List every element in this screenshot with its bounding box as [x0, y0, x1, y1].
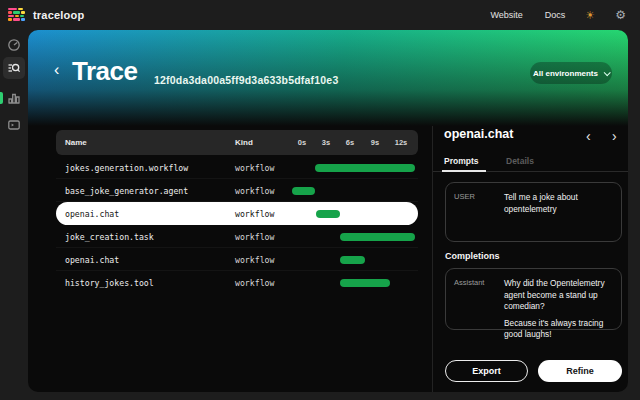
- duration-bar: [340, 256, 365, 264]
- table-row[interactable]: openai.chat workflow: [56, 248, 418, 271]
- span-kind: workflow: [235, 232, 274, 242]
- main-content-card: ‹ Trace 12f0da3da00a5ff9d3a633b5dfaf10e3…: [28, 30, 628, 392]
- chevron-down-icon: [604, 69, 611, 76]
- time-tick: 3s: [314, 138, 338, 147]
- prompt-role-label: USER: [454, 192, 496, 233]
- time-tick: 0s: [290, 138, 314, 147]
- table-row-selected[interactable]: openai.chat workflow: [56, 202, 418, 225]
- span-name: history_jokes.tool: [65, 278, 154, 288]
- trace-header: ‹ Trace 12f0da3da00a5ff9d3a633b5dfaf10e3…: [28, 30, 628, 126]
- span-name: jokes.generation.workflow: [65, 163, 188, 173]
- detail-span-title: openai.chat: [444, 127, 513, 141]
- tab-details[interactable]: Details: [506, 156, 534, 166]
- website-link[interactable]: Website: [490, 10, 522, 20]
- span-name: base_joke_generator.agent: [65, 186, 188, 196]
- sidebar-item-analytics[interactable]: [3, 87, 25, 109]
- user-prompt-box: USER Tell me a joke about opentelemetry: [445, 182, 622, 242]
- completion-paragraph: Because it's always tracing good laughs!: [504, 318, 613, 341]
- trace-search-icon: [7, 61, 21, 75]
- span-kind: workflow: [235, 209, 274, 219]
- completion-text: Why did the Opentelemetry agent become a…: [504, 278, 613, 321]
- duration-bar: [292, 187, 315, 195]
- span-kind: workflow: [235, 278, 274, 288]
- back-chevron-icon[interactable]: ‹: [54, 62, 59, 78]
- sidebar-item-sessions[interactable]: [3, 114, 25, 136]
- span-name: joke_creation.task: [65, 232, 154, 242]
- completion-paragraph: Why did the Opentelemetry agent become a…: [504, 278, 613, 313]
- span-name: openai.chat: [65, 209, 119, 219]
- duration-bar: [340, 233, 415, 241]
- assistant-completion-box: Assistant Why did the Opentelemetry agen…: [445, 268, 622, 330]
- theme-toggle-sun-icon[interactable]: ☀: [585, 10, 595, 21]
- docs-link[interactable]: Docs: [545, 10, 566, 20]
- table-row[interactable]: joke_creation.task workflow: [56, 225, 418, 248]
- panel-divider: [432, 126, 433, 392]
- environments-dropdown-label: All environments: [533, 69, 598, 78]
- next-span-chevron-icon[interactable]: ›: [612, 128, 617, 144]
- duration-bar: [316, 210, 340, 218]
- completion-role-label: Assistant: [454, 278, 496, 321]
- time-tick: 6s: [338, 138, 362, 147]
- table-row[interactable]: base_joke_generator.agent workflow: [56, 179, 418, 202]
- top-bar: traceloop Website Docs ☀ ⚙: [0, 0, 640, 30]
- tab-prompts[interactable]: Prompts: [444, 156, 478, 166]
- terminal-icon: [7, 118, 21, 132]
- completions-label: Completions: [445, 251, 500, 261]
- environments-dropdown[interactable]: All environments: [530, 62, 612, 84]
- time-tick: 9s: [363, 138, 387, 147]
- table-header: Name Kind 0s 3s 6s 9s 12s: [56, 130, 418, 155]
- sidebar-item-dashboard[interactable]: [3, 34, 25, 56]
- page-title: Trace: [72, 56, 137, 87]
- duration-bar: [315, 164, 415, 172]
- span-name: openai.chat: [65, 255, 119, 265]
- duration-bar: [340, 279, 390, 287]
- span-kind: workflow: [235, 186, 274, 196]
- span-table-body: jokes.generation.workflow workflow base_…: [56, 156, 418, 294]
- sidebar-nav: [0, 30, 28, 400]
- sidebar-item-traces[interactable]: [3, 57, 25, 79]
- export-button[interactable]: Export: [445, 360, 528, 382]
- trace-id: 12f0da3da00a5ff9d3a633b5dfaf10e3: [154, 74, 338, 86]
- brand-name: traceloop: [33, 9, 84, 21]
- prompt-text: Tell me a joke about opentelemetry: [504, 192, 613, 233]
- table-row[interactable]: history_jokes.tool workflow: [56, 271, 418, 294]
- traceloop-logo-icon: [8, 8, 26, 23]
- gauge-icon: [7, 38, 21, 52]
- column-header-name: Name: [65, 138, 87, 147]
- refine-button[interactable]: Refine: [538, 360, 622, 382]
- table-row[interactable]: jokes.generation.workflow workflow: [56, 156, 418, 179]
- bar-chart-icon: [7, 91, 21, 105]
- time-tick: 12s: [389, 138, 413, 147]
- prev-span-chevron-icon[interactable]: ‹: [586, 128, 591, 144]
- column-header-kind: Kind: [235, 138, 253, 147]
- span-kind: workflow: [235, 255, 274, 265]
- settings-gear-icon[interactable]: ⚙: [615, 9, 626, 21]
- span-kind: workflow: [235, 163, 274, 173]
